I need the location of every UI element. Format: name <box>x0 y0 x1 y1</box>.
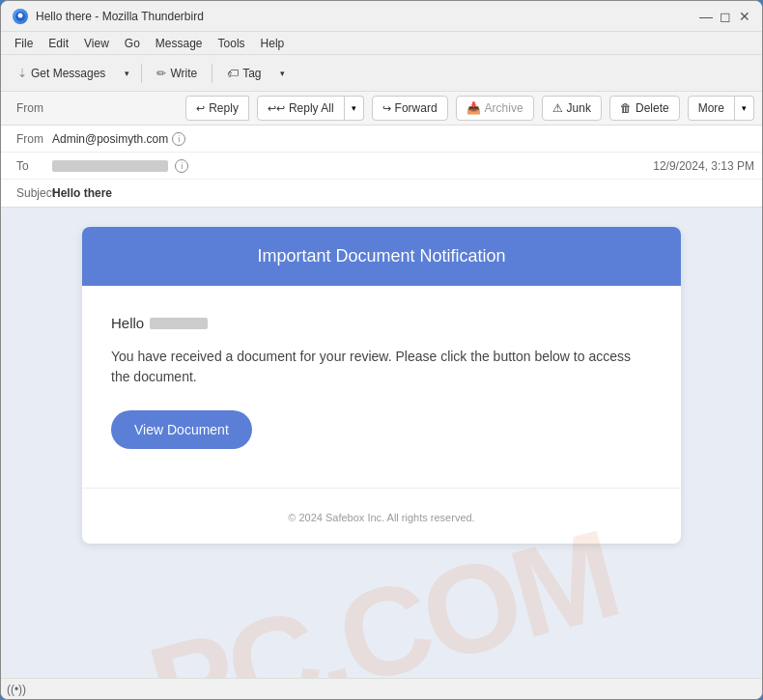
status-bar: ((•)) <box>1 678 762 699</box>
write-button[interactable]: ✏ Write <box>148 60 206 87</box>
close-button[interactable]: ✕ <box>739 11 750 22</box>
window-title: Hello there - Mozilla Thunderbird <box>36 10 700 23</box>
delete-icon: 🗑 <box>620 101 632 115</box>
to-address-redacted <box>52 160 168 172</box>
junk-icon: ⚠ <box>552 101 563 115</box>
sender-info-icon[interactable]: i <box>172 132 185 146</box>
write-icon: ✏ <box>156 67 166 80</box>
email-card-header: Important Document Notification <box>82 227 681 286</box>
window-controls: — ◻ ✕ <box>700 11 750 22</box>
reply-icon: ↩ <box>196 102 205 115</box>
get-messages-icon: ⇣ <box>17 67 27 80</box>
junk-button[interactable]: ⚠ Junk <box>542 96 602 121</box>
app-icon <box>13 9 28 24</box>
menu-tools[interactable]: Tools <box>212 35 251 52</box>
message-body-text: You have received a document for your re… <box>111 347 652 387</box>
reply-all-btn-group: ↩↩ Reply All ▾ <box>257 96 364 121</box>
reply-all-button[interactable]: ↩↩ Reply All <box>257 96 345 121</box>
subject-value: Hello there <box>52 186 112 200</box>
from-row: From Admin@posimyth.com i <box>1 126 762 153</box>
menu-file[interactable]: File <box>9 35 39 52</box>
archive-button[interactable]: 📥 Archive <box>456 96 534 121</box>
tag-icon: 🏷 <box>227 67 239 80</box>
subject-row: Subject Hello there <box>1 180 762 207</box>
maximize-button[interactable]: ◻ <box>720 11 731 22</box>
reply-btn-group: ↩ Reply <box>185 96 249 121</box>
get-messages-label: Get Messages <box>31 67 105 80</box>
email-card-body: Hello You have received a document for y… <box>82 286 681 488</box>
menu-bar: File Edit View Go Message Tools Help <box>1 32 762 55</box>
reply-all-icon: ↩↩ <box>268 102 285 115</box>
svg-point-1 <box>18 13 23 17</box>
get-messages-button[interactable]: ⇣ Get Messages <box>9 60 114 87</box>
menu-message[interactable]: Message <box>150 35 209 52</box>
reply-button[interactable]: ↩ Reply <box>185 96 249 121</box>
recipient-info-icon[interactable]: i <box>175 159 188 173</box>
to-field-label: To <box>9 159 52 173</box>
tag-label: Tag <box>242 67 261 80</box>
tag-arrow[interactable]: ▾ <box>274 60 292 87</box>
more-btn-group: More ▾ <box>688 96 754 121</box>
toolbar-sep-2 <box>212 64 212 83</box>
to-address: i <box>52 158 653 173</box>
write-label: Write <box>170 67 197 80</box>
title-bar: Hello there - Mozilla Thunderbird — ◻ ✕ <box>1 1 762 32</box>
menu-go[interactable]: Go <box>119 35 146 52</box>
message-body: PC.COM Important Document Notification H… <box>1 208 762 678</box>
main-toolbar: ⇣ Get Messages ▾ ✏ Write 🏷 Tag ▾ <box>1 55 762 92</box>
recipient-name-redacted <box>150 318 208 329</box>
forward-icon: ↪ <box>382 102 391 115</box>
menu-edit[interactable]: Edit <box>42 35 74 52</box>
delete-button[interactable]: 🗑 Delete <box>609 96 680 121</box>
from-address: Admin@posimyth.com i <box>52 132 185 146</box>
reply-all-arrow[interactable]: ▾ <box>345 96 364 121</box>
from-field-label: From <box>9 132 52 146</box>
menu-view[interactable]: View <box>78 35 115 52</box>
email-date: 12/9/2024, 3:13 PM <box>653 159 754 173</box>
card-header-text: Important Document Notification <box>257 246 505 266</box>
card-divider <box>82 488 681 489</box>
view-document-button[interactable]: View Document <box>111 410 252 449</box>
toolbar-sep-1 <box>141 64 142 83</box>
more-button[interactable]: More <box>688 96 735 121</box>
connection-icon: ((•)) <box>9 682 24 697</box>
subject-label: Subject <box>9 186 52 200</box>
forward-button[interactable]: ↪ Forward <box>372 96 448 121</box>
from-label: From <box>9 101 52 115</box>
footer-text: © 2024 Safebox Inc. All rights reserved. <box>288 512 474 523</box>
more-arrow[interactable]: ▾ <box>735 96 754 121</box>
menu-help[interactable]: Help <box>255 35 291 52</box>
email-card: Important Document Notification Hello Yo… <box>82 227 681 544</box>
get-messages-arrow[interactable]: ▾ <box>118 60 135 87</box>
email-header: From ↩ Reply ↩↩ Reply All ▾ ↪ <box>1 92 762 208</box>
archive-icon: 📥 <box>466 101 481 115</box>
email-card-footer: © 2024 Safebox Inc. All rights reserved. <box>82 500 681 544</box>
tag-button[interactable]: 🏷 Tag <box>218 60 269 87</box>
email-action-bar: From ↩ Reply ↩↩ Reply All ▾ ↪ <box>1 92 762 126</box>
minimize-button[interactable]: — <box>700 11 712 22</box>
to-row: To i 12/9/2024, 3:13 PM <box>1 153 762 180</box>
greeting-text: Hello <box>111 315 652 331</box>
